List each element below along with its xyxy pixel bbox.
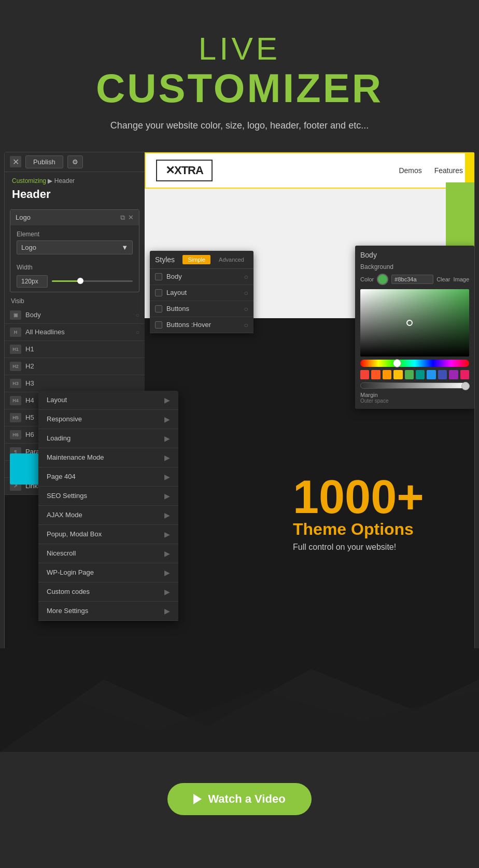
element-value: Logo [21, 244, 36, 251]
menu-wp-login-arrow-icon: ▶ [164, 568, 170, 577]
menu-item-seo[interactable]: SEO Settings ▶ [38, 487, 178, 506]
outer-space-label: Outer space [360, 398, 469, 404]
hue-slider[interactable] [360, 360, 469, 367]
watch-video-label: Watch a Video [208, 792, 285, 806]
menu-item-ajax[interactable]: AJAX Mode ▶ [38, 506, 178, 525]
menu-popup-label: Popup, Modal Box [47, 530, 102, 538]
tab-advanced[interactable]: Advanced [215, 255, 248, 264]
style-item-body[interactable]: Body ○ [150, 269, 253, 285]
color-picker-dot[interactable] [406, 320, 413, 326]
menu-custom-codes-label: Custom codes [47, 588, 90, 595]
list-item-body[interactable]: ▣ Body ○ [5, 307, 145, 324]
color-hex-input[interactable] [391, 275, 433, 284]
logo-section-header: Logo ⧉ ✕ [10, 210, 139, 225]
color-panel-title: Body [360, 251, 469, 259]
menu-seo-label: SEO Settings [47, 492, 87, 500]
style-body-expand-icon: ○ [244, 273, 248, 281]
ui-screenshot: ✕ Publish ⚙ Customizing ▶ Header Header … [4, 152, 475, 649]
opacity-row [360, 382, 469, 389]
color-row: Color Clear Image [360, 274, 469, 285]
nav-features: Features [434, 166, 463, 175]
menu-item-maintenance[interactable]: Maintenance Mode ▶ [38, 448, 178, 467]
duplicate-icon[interactable]: ⧉ [120, 214, 125, 222]
opacity-thumb[interactable] [461, 382, 470, 390]
h1-label: H1 [25, 345, 34, 353]
styles-panel: Styles Simple Advanced Body ○ Layout ○ B… [150, 251, 253, 333]
style-buttons-hover-label: Buttons :Hover [166, 321, 211, 329]
swatch-green[interactable] [405, 370, 414, 379]
style-item-buttons-hover[interactable]: Buttons :Hover ○ [150, 317, 253, 333]
style-checkbox-buttons-hover[interactable] [155, 321, 162, 329]
swatch-blue[interactable] [427, 370, 435, 379]
menu-page404-label: Page 404 [47, 473, 76, 480]
breadcrumb-parent[interactable]: Customizing [12, 177, 46, 184]
width-input[interactable]: 120px [17, 275, 48, 288]
menu-layout-arrow-icon: ▶ [164, 396, 170, 404]
play-icon [193, 794, 202, 804]
menu-item-popup[interactable]: Popup, Modal Box ▶ [38, 525, 178, 544]
extended-dropdown-menu: Layout ▶ Responsive ▶ Loading ▶ Maintena… [38, 391, 178, 621]
width-label: Width [17, 264, 133, 271]
color-image-button[interactable]: Image [453, 276, 469, 282]
menu-layout-label: Layout [47, 396, 67, 404]
preview-logo: ✕XTRA [156, 160, 213, 181]
menu-item-more-settings[interactable]: More Settings ▶ [38, 602, 178, 621]
tab-simple[interactable]: Simple [182, 255, 210, 264]
style-item-layout[interactable]: Layout ○ [150, 285, 253, 301]
color-swatch[interactable] [377, 274, 388, 285]
swatch-red[interactable] [360, 370, 369, 379]
width-control: 120px [17, 275, 133, 288]
margin-label: Margin [360, 392, 469, 398]
gear-button[interactable]: ⚙ [67, 155, 83, 168]
width-slider-thumb[interactable] [77, 278, 83, 284]
menu-item-page404[interactable]: Page 404 ▶ [38, 467, 178, 487]
swatch-yellow[interactable] [393, 370, 402, 379]
menu-item-wp-login[interactable]: WP-Login Page ▶ [38, 563, 178, 582]
menu-item-responsive[interactable]: Responsive ▶ [38, 410, 178, 429]
menu-item-custom-codes[interactable]: Custom codes ▶ [38, 582, 178, 602]
width-slider-fill [52, 280, 80, 282]
body-expand-icon: ○ [136, 311, 139, 319]
styles-panel-title: Styles [155, 255, 175, 264]
all-headlines-icon: H [10, 328, 21, 337]
publish-button[interactable]: Publish [25, 155, 63, 168]
opacity-slider[interactable] [360, 382, 469, 389]
swatch-teal[interactable] [416, 370, 425, 379]
menu-nicescroll-label: Nicescroll [47, 549, 76, 557]
list-item-h2[interactable]: H2 H2 [5, 358, 145, 375]
h3-label: H3 [25, 379, 34, 387]
style-checkbox-layout[interactable] [155, 289, 162, 296]
menu-custom-codes-arrow-icon: ▶ [164, 588, 170, 596]
style-buttons-hover-expand-icon: ○ [244, 321, 248, 329]
preview-header: ✕XTRA Demos Features [145, 152, 474, 189]
list-item-h3[interactable]: H3 H3 [5, 375, 145, 392]
swatch-orange[interactable] [371, 370, 380, 379]
swatch-purple[interactable] [449, 370, 458, 379]
color-clear-button[interactable]: Clear [436, 276, 450, 282]
menu-loading-arrow-icon: ▶ [164, 434, 170, 443]
list-item-all-headlines[interactable]: H All Headlines ○ [5, 324, 145, 341]
width-slider-track[interactable] [52, 280, 133, 282]
breadcrumb-child: Header [54, 177, 75, 184]
menu-item-nicescroll[interactable]: Nicescroll ▶ [38, 544, 178, 563]
hue-thumb[interactable] [393, 359, 401, 367]
close-button[interactable]: ✕ [10, 156, 21, 167]
color-picker-gradient[interactable] [360, 289, 469, 357]
watch-video-button[interactable]: Watch a Video [167, 783, 311, 815]
style-checkbox-buttons[interactable] [155, 305, 162, 312]
style-layout-label: Layout [166, 289, 187, 296]
element-select[interactable]: Logo ▼ [17, 240, 133, 254]
style-item-buttons[interactable]: Buttons ○ [150, 301, 253, 317]
swatch-pink[interactable] [460, 370, 469, 379]
swatch-indigo[interactable] [438, 370, 447, 379]
delete-icon[interactable]: ✕ [128, 214, 134, 222]
swatch-amber[interactable] [383, 370, 391, 379]
list-item-h1[interactable]: H1 H1 [5, 341, 145, 358]
h5-label: H5 [25, 414, 34, 421]
all-headlines-expand-icon: ○ [136, 329, 139, 336]
styles-panel-header: Styles Simple Advanced [150, 251, 253, 269]
margin-section: Margin Outer space [360, 392, 469, 404]
menu-item-layout[interactable]: Layout ▶ [38, 391, 178, 410]
style-checkbox-body[interactable] [155, 273, 162, 280]
menu-item-loading[interactable]: Loading ▶ [38, 429, 178, 448]
